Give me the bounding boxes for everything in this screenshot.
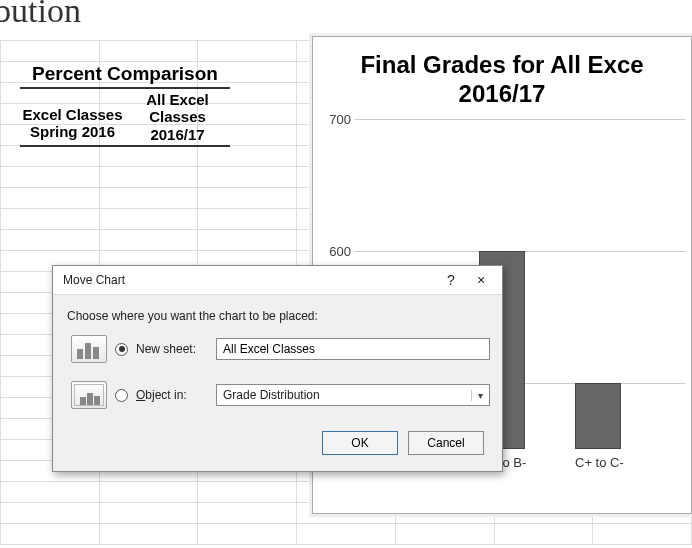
y-tick-label: 700 [317,111,351,126]
new-sheet-icon [71,335,107,363]
close-button[interactable]: × [466,272,496,288]
object-in-combo[interactable]: Grade Distribution ▾ [216,384,490,406]
pc-col1-l2: Spring 2016 [22,123,123,140]
dialog-titlebar[interactable]: Move Chart ? × [53,266,502,295]
chart-title: Final Grades for All Exce 2016/17 [313,37,691,113]
x-tick-label: C+ to C- [575,455,621,470]
object-in-icon [71,381,107,409]
chart-title-l2: 2016/17 [459,80,546,107]
pc-heading: Percent Comparison [20,62,230,89]
ok-button[interactable]: OK [322,431,398,455]
radio-new-sheet[interactable] [115,343,128,356]
pc-col1-l1: Excel Classes [22,106,123,123]
new-sheet-input[interactable] [216,338,490,360]
bar[interactable] [575,383,621,449]
radio-object-in[interactable] [115,389,128,402]
move-chart-dialog: Move Chart ? × Choose where you want the… [52,265,503,472]
dialog-buttons: OK Cancel [65,427,490,459]
new-sheet-label[interactable]: New sheet: [136,342,208,356]
cancel-button[interactable]: Cancel [408,431,484,455]
pc-col2-l3: 2016/17 [127,126,228,143]
pc-col2-l1: All Excel [127,91,228,108]
object-in-label[interactable]: Object in: [136,388,208,402]
dialog-prompt: Choose where you want the chart to be pl… [67,309,488,323]
spreadsheet-bg: bution Percent Comparison Excel Classes … [0,0,692,548]
option-object-in-row: Object in: Grade Distribution ▾ [71,381,490,409]
object-in-value: Grade Distribution [217,388,471,402]
y-tick-label: 600 [317,243,351,258]
dialog-title: Move Chart [63,273,436,287]
chevron-down-icon[interactable]: ▾ [471,390,489,401]
pc-col2-l2: Classes [127,108,228,125]
chart-title-l1: Final Grades for All Exce [360,51,643,78]
option-new-sheet-row: New sheet: [71,335,490,363]
page-title-partial: bution [0,0,81,30]
percent-comparison-table: Percent Comparison Excel Classes Spring … [20,62,230,147]
pc-col2: All Excel Classes 2016/17 [125,89,230,145]
pc-col1: Excel Classes Spring 2016 [20,89,125,145]
help-button[interactable]: ? [436,272,466,288]
